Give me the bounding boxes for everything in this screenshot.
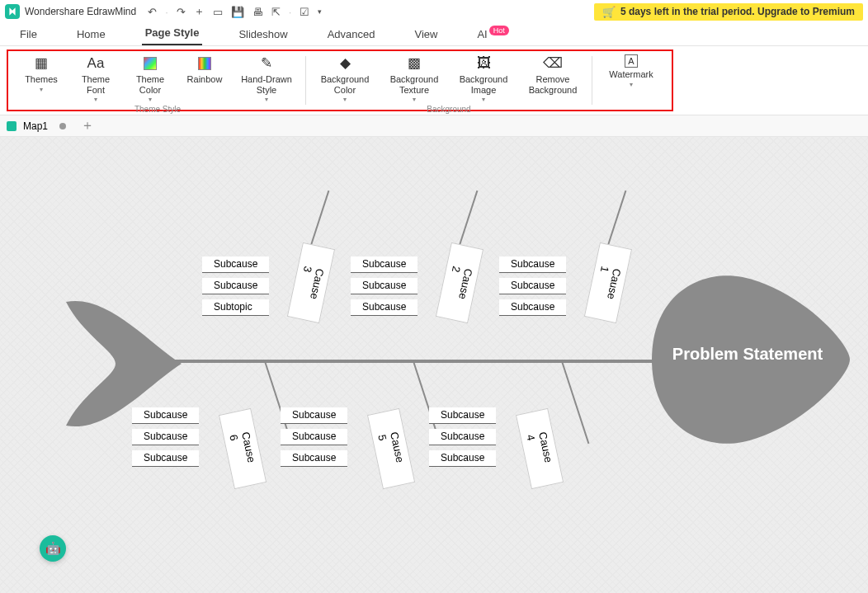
sub[interactable]: Subcause [351,278,417,294]
problem-statement[interactable]: Problem Statement [665,345,830,364]
cause5-subs: Subcause Subcause Subcause [281,407,347,467]
menu-file[interactable]: File [17,23,40,45]
rainbow-icon [198,54,211,73]
sub[interactable]: Subcause [429,429,496,445]
menu-advanced[interactable]: Advanced [324,23,379,45]
sub[interactable]: Subcause [429,407,496,424]
menu-page-style[interactable]: Page Style [142,21,203,45]
cause4-label[interactable]: Cause 4 [516,408,564,489]
ribbon-sep [305,56,306,105]
cause5-label[interactable]: Cause 5 [367,408,415,489]
canvas[interactable]: Problem Statement Cause 3 Subcause Subca… [0,137,868,593]
cause4-subs: Subcause Subcause Subcause [429,407,496,467]
font-icon: Aa [87,54,105,73]
menu-view[interactable]: View [412,23,441,45]
options-icon[interactable]: ☑ [300,6,309,18]
sub[interactable]: Subcause [132,407,199,424]
doc-icon [7,121,17,131]
bg-image-button[interactable]: 🖼Background Image▾ [453,53,514,103]
menu-home[interactable]: Home [73,23,109,45]
add-tab-button[interactable]: ＋ [81,117,94,134]
cause3-subs: Subcause Subcause Subtopic [202,256,269,316]
sub[interactable]: Subtopic [202,299,269,316]
cause6-subs: Subcause Subcause Subcause [132,407,199,467]
remove-bg-button[interactable]: ⌫Remove Background [522,53,583,103]
fish-spine [157,360,660,363]
undo-icon[interactable]: ↶ [148,6,157,18]
sub[interactable]: Subcause [281,450,347,467]
themes-button[interactable]: ▦Themes▾ [18,53,64,103]
ribbon-sep2 [592,56,592,105]
sub[interactable]: Subcause [132,450,199,467]
paint-icon: ◆ [340,54,351,73]
theme-color-button[interactable]: Theme Color▾ [127,53,173,103]
sub[interactable]: Subcause [281,407,347,424]
sub[interactable]: Subcause [132,429,199,445]
ribbon-group-watermark: AWatermark▾ [596,53,667,108]
cause2-subs: Subcause Subcause Subcause [351,256,417,316]
hot-badge: Hot [489,26,509,35]
export-icon[interactable]: ⇱ [271,6,281,18]
title-bar: Wondershare EdrawMind ↶ · ↷ ＋ ▭ 💾 🖶 ⇱ · … [0,0,868,23]
sub[interactable]: Subcause [281,429,347,445]
open-icon[interactable]: ▭ [213,6,223,18]
brush-icon: ✎ [261,54,272,73]
print-icon[interactable]: 🖶 [252,6,263,18]
watermark-button[interactable]: AWatermark▾ [601,53,662,88]
sub[interactable]: Subcause [499,299,566,316]
menu-bar: File Home Page Style Slideshow Advanced … [0,23,868,46]
cause3-label[interactable]: Cause 3 [287,242,335,323]
qat-sep2: · [289,6,292,18]
tab-modified-dot [59,123,66,129]
group-label-theme: Theme Style [134,105,181,114]
cart-icon: 🛒 [602,6,616,18]
quick-access-toolbar: ↶ · ↷ ＋ ▭ 💾 🖶 ⇱ · ☑ ▾ [148,4,322,19]
bg-color-button[interactable]: ◆Background Color▾ [314,53,375,103]
trial-banner[interactable]: 🛒 5 days left in the trial period. Upgra… [594,3,863,21]
sub[interactable]: Subcause [351,256,417,273]
texture-icon: ▩ [408,54,421,73]
theme-font-button[interactable]: AaTheme Font▾ [73,53,119,103]
color-icon [144,54,157,73]
cause6-label[interactable]: Cause 6 [219,408,267,489]
cause1-subs: Subcause Subcause Subcause [499,256,566,316]
app-logo [5,4,20,19]
menu-ai[interactable]: AIHot [474,23,510,45]
save-icon[interactable]: 💾 [231,6,244,18]
ribbon-group-bg: ◆Background Color▾ ▩Background Texture▾ … [309,53,588,108]
tab-map1[interactable]: Map1 [23,120,48,132]
hand-drawn-button[interactable]: ✎Hand-Drawn Style▾ [236,53,297,103]
sub[interactable]: Subcause [202,278,269,294]
cause2-label[interactable]: Cause 2 [436,242,484,323]
ribbon-group-theme: ▦Themes▾ AaTheme Font▾ Theme Color▾ Rain… [13,53,302,108]
remove-icon: ⌫ [543,54,563,73]
sub[interactable]: Subcause [499,278,566,294]
ribbon: ▦Themes▾ AaTheme Font▾ Theme Color▾ Rain… [0,46,868,115]
cause1-label[interactable]: Cause 1 [584,242,632,323]
menu-ai-label: AI [477,28,487,40]
fishbone-diagram[interactable]: Problem Statement Cause 3 Subcause Subca… [58,219,850,500]
bg-texture-button[interactable]: ▩Background Texture▾ [384,53,445,103]
grid-icon: ▦ [35,54,48,73]
document-tabs: Map1 ＋ [0,115,868,137]
redo-icon[interactable]: ↷ [177,6,186,18]
ribbon-highlight: ▦Themes▾ AaTheme Font▾ Theme Color▾ Rain… [7,49,673,111]
chat-fab[interactable]: 🤖 [40,535,66,562]
menu-slideshow[interactable]: Slideshow [235,23,290,45]
sub[interactable]: Subcause [202,256,269,273]
trial-text: 5 days left in the trial period. Upgrade… [620,6,855,17]
watermark-icon: A [625,54,638,68]
robot-icon: 🤖 [45,541,61,556]
qat-sep: · [165,6,168,18]
sub[interactable]: Subcause [429,450,496,467]
bone-line [561,361,589,444]
group-label-bg: Background [427,105,470,114]
rainbow-button[interactable]: Rainbow [182,53,228,103]
new-icon[interactable]: ＋ [194,4,205,19]
sub[interactable]: Subcause [499,256,566,273]
sub[interactable]: Subcause [351,299,417,316]
qat-more-icon[interactable]: ▾ [318,7,322,16]
app-title: Wondershare EdrawMind [25,6,136,17]
image-icon: 🖼 [477,54,491,73]
